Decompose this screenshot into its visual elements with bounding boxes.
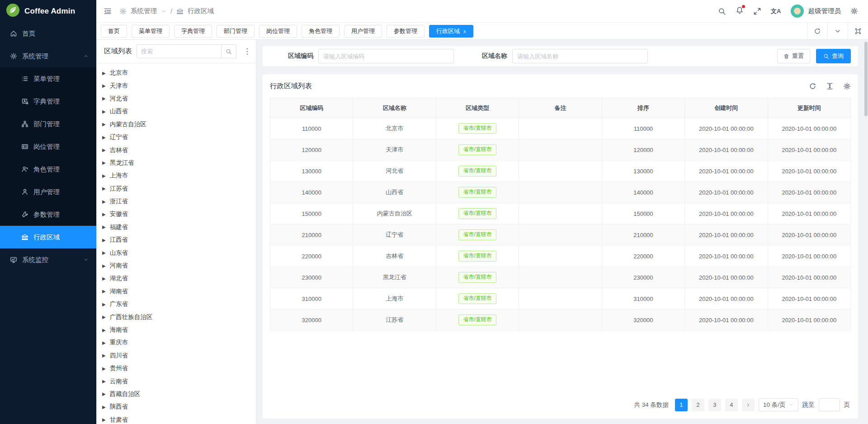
tree-item[interactable]: ▶云南省: [102, 375, 256, 387]
caret-right-icon[interactable]: ▶: [102, 71, 106, 76]
caret-right-icon[interactable]: ▶: [102, 417, 106, 422]
tree-more-menu-icon[interactable]: ⋮: [241, 48, 253, 55]
avatar[interactable]: [791, 5, 804, 18]
column-settings-gear-icon[interactable]: [843, 82, 851, 90]
sidebar-item-dept-mgmt[interactable]: 部门管理: [0, 113, 96, 135]
row-height-icon[interactable]: [826, 82, 834, 90]
tab-region-active[interactable]: 行政区域 x: [429, 25, 473, 38]
caret-right-icon[interactable]: ▶: [102, 405, 106, 410]
tree-item[interactable]: ▶北京市: [102, 67, 256, 79]
user-name[interactable]: 超级管理员: [808, 7, 841, 15]
caret-right-icon[interactable]: ▶: [102, 353, 106, 358]
tree-item[interactable]: ▶浙江省: [102, 195, 256, 208]
tree-item[interactable]: ▶河北省: [102, 92, 256, 105]
tree-item[interactable]: ▶广西壮族自治区: [102, 310, 256, 323]
tab-home[interactable]: 首页: [101, 25, 127, 38]
caret-right-icon[interactable]: ▶: [102, 366, 106, 371]
tree-item[interactable]: ▶陕西省: [102, 400, 256, 413]
column-header[interactable]: 创建时间: [685, 98, 768, 118]
sidebar-item-menu-mgmt[interactable]: 菜单管理: [0, 67, 96, 90]
sidebar-item-role-mgmt[interactable]: 角色管理: [0, 158, 96, 181]
tree-item[interactable]: ▶天津市: [102, 79, 256, 92]
refresh-icon[interactable]: [809, 82, 816, 90]
column-header[interactable]: 区域名称: [353, 98, 436, 118]
sidebar-item-region[interactable]: 行政区域: [0, 226, 96, 248]
table-row[interactable]: 210000辽宁省 省市/直辖市 210000 2020-10-01 00:00…: [270, 224, 851, 246]
caret-right-icon[interactable]: ▶: [102, 160, 106, 165]
settings-gear-icon[interactable]: [850, 7, 858, 15]
tree-item[interactable]: ▶黑龙江省: [102, 157, 256, 169]
notifications-button[interactable]: [736, 6, 744, 16]
tree-item[interactable]: ▶海南省: [102, 324, 256, 336]
search-button[interactable]: 查询: [816, 49, 851, 63]
page-button-2[interactable]: 2: [692, 399, 704, 411]
tree-search-input[interactable]: [137, 45, 221, 58]
tab-options-button[interactable]: [827, 23, 848, 39]
caret-right-icon[interactable]: ▶: [102, 148, 106, 152]
caret-right-icon[interactable]: ▶: [102, 212, 106, 217]
tree-item[interactable]: ▶辽宁省: [102, 131, 256, 143]
caret-right-icon[interactable]: ▶: [102, 238, 106, 243]
caret-right-icon[interactable]: ▶: [102, 96, 106, 101]
tab-dict-mgmt[interactable]: 字典管理: [174, 25, 212, 38]
sidebar-item-user-mgmt[interactable]: 用户管理: [0, 181, 96, 203]
tree-item[interactable]: ▶湖北省: [102, 272, 256, 285]
tree-item[interactable]: ▶重庆市: [102, 336, 256, 349]
collapse-sidebar-icon[interactable]: [104, 7, 112, 15]
tree-item[interactable]: ▶河南省: [102, 259, 256, 272]
tree-item[interactable]: ▶吉林省: [102, 143, 256, 156]
tree-item[interactable]: ▶江西省: [102, 233, 256, 246]
caret-right-icon[interactable]: ▶: [102, 289, 106, 294]
caret-right-icon[interactable]: ▶: [102, 122, 106, 127]
caret-right-icon[interactable]: ▶: [102, 340, 106, 345]
tree-item[interactable]: ▶内蒙古自治区: [102, 118, 256, 131]
tree-item[interactable]: ▶上海市: [102, 169, 256, 182]
page-size-select[interactable]: 10 条/页: [759, 398, 798, 411]
caret-right-icon[interactable]: ▶: [102, 391, 106, 396]
close-tab-icon[interactable]: x: [463, 29, 466, 34]
column-header[interactable]: 排序: [602, 98, 684, 118]
tab-user-mgmt[interactable]: 用户管理: [344, 25, 382, 38]
caret-right-icon[interactable]: ▶: [102, 328, 106, 333]
table-row[interactable]: 130000河北省 省市/直辖市 130000 2020-10-01 00:00…: [270, 161, 851, 182]
caret-right-icon[interactable]: ▶: [102, 135, 106, 140]
sidebar-item-post-mgmt[interactable]: 岗位管理: [0, 135, 96, 158]
caret-right-icon[interactable]: ▶: [102, 302, 106, 307]
fullscreen-icon[interactable]: [753, 7, 761, 15]
sidebar-item-param-mgmt[interactable]: 参数管理: [0, 203, 96, 226]
next-page-button[interactable]: [742, 399, 755, 411]
tab-menu-mgmt[interactable]: 菜单管理: [132, 25, 170, 38]
sidebar-item-dict-mgmt[interactable]: 字典管理: [0, 90, 96, 113]
tree-item[interactable]: ▶广东省: [102, 298, 256, 310]
tree-item[interactable]: ▶贵州省: [102, 362, 256, 375]
caret-right-icon[interactable]: ▶: [102, 314, 106, 319]
table-row[interactable]: 230000黑龙江省 省市/直辖市 230000 2020-10-01 00:0…: [270, 267, 851, 288]
caret-right-icon[interactable]: ▶: [102, 173, 106, 178]
tab-param-mgmt[interactable]: 参数管理: [387, 25, 425, 38]
tree-item[interactable]: ▶安徽省: [102, 208, 256, 220]
tree-item[interactable]: ▶西藏自治区: [102, 388, 256, 400]
tree-item[interactable]: ▶山西省: [102, 105, 256, 118]
maximize-content-button[interactable]: [848, 23, 868, 39]
table-row[interactable]: 320000江苏省 省市/直辖市 320000 2020-10-01 00:00…: [270, 310, 851, 331]
caret-right-icon[interactable]: ▶: [102, 199, 106, 204]
translate-icon[interactable]: 文A: [771, 7, 781, 15]
tree-item[interactable]: ▶湖南省: [102, 285, 256, 298]
breadcrumb-group[interactable]: 系统管理: [131, 7, 157, 15]
caret-right-icon[interactable]: ▶: [102, 276, 106, 281]
page-button-3[interactable]: 3: [708, 399, 721, 411]
table-row[interactable]: 110000北京市 省市/直辖市 110000 2020-10-01 00:00…: [270, 118, 851, 139]
column-header[interactable]: 区域类型: [436, 98, 519, 118]
tree-item[interactable]: ▶甘肃省: [102, 414, 256, 424]
page-button-4[interactable]: 4: [725, 399, 738, 411]
caret-right-icon[interactable]: ▶: [102, 109, 106, 114]
region-code-input[interactable]: [318, 49, 454, 63]
region-name-input[interactable]: [512, 49, 648, 63]
search-icon[interactable]: [718, 7, 726, 15]
sidebar-group-system[interactable]: 系统管理: [0, 45, 96, 67]
sidebar-group-monitor[interactable]: 系统监控: [0, 248, 96, 271]
refresh-tab-button[interactable]: [807, 23, 827, 39]
app-logo[interactable]: Coffee Admin: [0, 0, 96, 22]
table-row[interactable]: 140000山西省 省市/直辖市 140000 2020-10-01 00:00…: [270, 182, 851, 203]
tab-post-mgmt[interactable]: 岗位管理: [259, 25, 297, 38]
